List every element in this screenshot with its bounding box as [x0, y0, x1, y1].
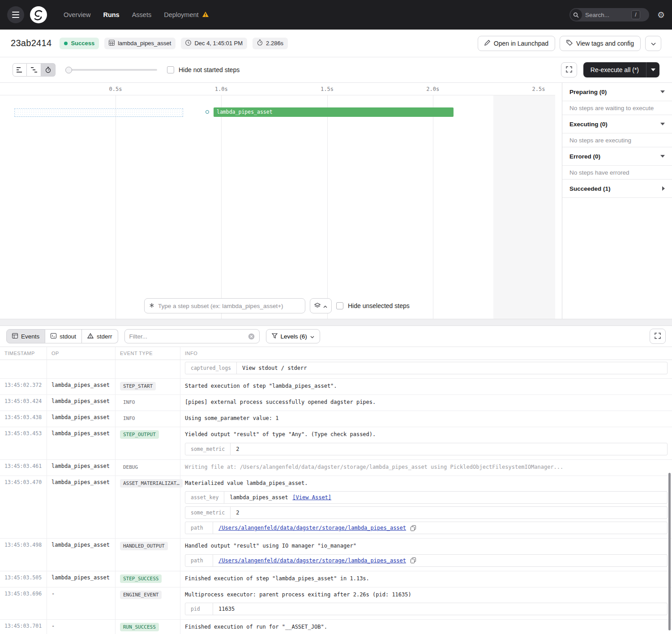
path-link[interactable]: /Users/alangenfeld/data/dagster/storage/… — [218, 557, 406, 564]
tab-stderr[interactable]: stderr — [82, 329, 118, 343]
gridline — [221, 95, 222, 319]
log-op: - — [47, 587, 116, 620]
table-row[interactable]: 13:45:03.696 - ENGINE_EVENT Multiprocess… — [0, 587, 672, 620]
captured-logs-link[interactable]: View stdout / stderr — [242, 365, 307, 371]
column-op: OP — [47, 347, 116, 360]
metadata-entry: captured_logs View stdout / stderr — [185, 362, 668, 374]
event-type-badge: INFO — [120, 398, 138, 407]
hide-unselected-checkbox[interactable] — [336, 302, 343, 309]
log-timestamp: 13:45:03.701 — [0, 620, 47, 634]
status-label: Success — [71, 40, 94, 47]
log-event-type: ASSET_MATERIALIZAT… — [116, 476, 180, 539]
path-link[interactable]: /Users/alangenfeld/data/dagster/storage/… — [218, 525, 406, 531]
status-section-succeeded[interactable]: Succeeded (1) — [562, 180, 672, 198]
gridline — [116, 95, 116, 319]
waterfall-view-button[interactable] — [27, 63, 41, 77]
log-scrollbar-thumb[interactable] — [668, 473, 671, 630]
step-subset-input[interactable] — [158, 303, 300, 309]
step-subset-box[interactable] — [144, 298, 305, 313]
hide-unselected-row[interactable]: Hide unselected steps — [336, 302, 410, 309]
job-name-tag[interactable]: lambda_pipes_asset — [104, 38, 175, 49]
gantt-toolbar-right: Re-execute all (*) — [561, 62, 659, 77]
view-tags-config-button[interactable]: View tags and config — [560, 36, 641, 51]
nav-item-assets[interactable]: Assets — [132, 11, 152, 18]
hide-not-started-checkbox[interactable] — [167, 66, 174, 73]
clear-filter-icon[interactable] — [248, 333, 255, 340]
settings-gear-icon[interactable]: ⚙ — [657, 11, 665, 19]
levels-dropdown[interactable]: Levels (6) — [266, 329, 320, 343]
gantt-toolbar: Hide not started steps Re-execute all (*… — [0, 57, 672, 83]
tab-stdout-label: stdout — [60, 333, 76, 340]
timed-view-button[interactable] — [41, 63, 56, 77]
zoom-slider-track — [71, 69, 157, 71]
copy-icon[interactable] — [411, 525, 416, 531]
zoom-slider-knob[interactable] — [65, 67, 72, 73]
table-row[interactable]: 13:45:03.424 lambda_pipes_asset INFO [pi… — [0, 395, 672, 411]
log-op: lambda_pipes_asset — [47, 476, 116, 539]
table-row[interactable]: 13:45:03.505 lambda_pipes_asset STEP_SUC… — [0, 571, 672, 587]
log-fullscreen-button[interactable] — [650, 329, 666, 344]
axis-tick-label: 0.5s — [109, 86, 122, 92]
gantt-bottom-controls: Hide unselected steps — [144, 298, 410, 313]
tab-stdout[interactable]: stdout — [45, 329, 82, 343]
metadata-label: path — [185, 555, 213, 566]
gantt-step-bar[interactable]: lambda_pipes_asset — [214, 107, 454, 117]
table-row[interactable]: 13:45:03.461 lambda_pipes_asset DEBUG Wr… — [0, 460, 672, 476]
hide-not-started-row[interactable]: Hide not started steps — [167, 66, 240, 73]
table-row[interactable]: 13:45:03.438 lambda_pipes_asset INFO Usi… — [0, 411, 672, 427]
zoom-slider[interactable] — [65, 67, 157, 73]
log-info: Materialized value lambda_pipes_asset. a… — [180, 476, 672, 539]
chevron-down-icon — [651, 69, 655, 71]
nav-item-overview[interactable]: Overview — [64, 11, 90, 18]
flat-view-button[interactable] — [13, 63, 27, 77]
axis-tick-label: 2.0s — [426, 86, 439, 92]
nav-item-deployment[interactable]: Deployment — [164, 11, 209, 19]
table-row[interactable]: 13:45:03.498 lambda_pipes_asset HANDLED_… — [0, 539, 672, 571]
filter-input[interactable] — [129, 333, 244, 340]
metadata-value: 2 — [231, 443, 244, 455]
pane-splitter[interactable] — [0, 319, 672, 326]
nav-item-runs[interactable]: Runs — [103, 11, 119, 18]
table-row[interactable]: 13:45:03.701 - RUN_SUCCESS Finished exec… — [0, 620, 672, 634]
reexecute-caret-button[interactable] — [646, 62, 659, 77]
open-in-launchpad-button[interactable]: Open in Launchpad — [478, 36, 555, 51]
run-header: 23ab2414 Success lambda_pipes_asset Dec … — [0, 30, 672, 57]
status-section-text: No steps are executing — [569, 137, 631, 144]
graph-query-toggle-button[interactable] — [310, 298, 332, 313]
status-section-executing[interactable]: Executing (0) — [562, 115, 672, 133]
tab-events[interactable]: Events — [6, 329, 45, 343]
table-row[interactable]: 13:45:03.453 lambda_pipes_asset STEP_OUT… — [0, 427, 672, 460]
copy-icon[interactable] — [411, 557, 416, 563]
funnel-icon — [272, 333, 278, 340]
log-info: Using some_parameter value: 1 — [180, 411, 672, 427]
table-row[interactable]: 13:45:03.470 lambda_pipes_asset ASSET_MA… — [0, 476, 672, 539]
hamburger-menu-button[interactable] — [7, 6, 24, 23]
run-id: 23ab2414 — [11, 38, 51, 48]
run-header-more-button[interactable] — [645, 36, 661, 51]
metadata-value: /Users/alangenfeld/data/dagster/storage/… — [213, 555, 421, 566]
table-row[interactable]: 13:45:02.372 lambda_pipes_asset STEP_STA… — [0, 379, 672, 395]
gantt-waiting-region — [14, 108, 183, 117]
grid-icon — [109, 40, 115, 47]
log-info: Started execution of step "lambda_pipes_… — [180, 379, 672, 394]
log-event-type: INFO — [116, 395, 180, 411]
metadata-value: View stdout / stderr — [237, 362, 312, 374]
gantt-fullscreen-button[interactable] — [561, 62, 577, 77]
log-timestamp: 13:45:03.696 — [0, 587, 47, 620]
log-info: Writing file at: /Users/alangenfeld/data… — [180, 460, 672, 476]
run-gantt-region: 0.5s1.0s1.5s2.0s2.5s lambda_pipes_asset — [0, 83, 672, 319]
status-section-errored[interactable]: Errored (0) — [562, 147, 672, 166]
start-time-tag: Dec 4, 1:45:01 PM — [181, 38, 247, 49]
view-asset-link[interactable]: [View Asset] — [292, 494, 331, 501]
reexecute-all-button[interactable]: Re-execute all (*) — [583, 62, 646, 77]
event-type-badge: STEP_START — [120, 382, 156, 390]
status-section-preparing[interactable]: Preparing (0) — [562, 83, 672, 101]
search-box[interactable]: / — [569, 8, 649, 21]
metadata-entry: path /Users/alangenfeld/data/dagster/sto… — [185, 522, 668, 534]
search-input[interactable] — [585, 12, 628, 18]
table-row-partial[interactable]: captured_logs View stdout / stderr — [0, 360, 672, 379]
nav-item-label: Assets — [132, 11, 152, 18]
metadata-list: pid 11635 — [185, 603, 668, 615]
status-section-title: Succeeded (1) — [569, 185, 611, 192]
log-filter-box[interactable] — [124, 329, 260, 343]
